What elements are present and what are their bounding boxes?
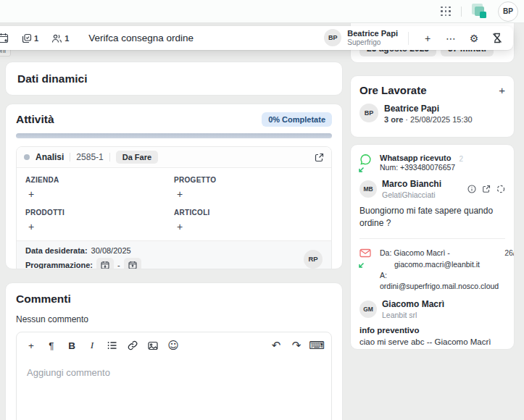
hours-avatar: BP [359, 104, 378, 122]
sync-icon[interactable] [496, 185, 505, 193]
conversations-count: 1 [34, 34, 38, 43]
hours-card: Ore Lavorate + BP Beatrice Papi 3 ore · … [350, 75, 515, 138]
schedule-separator: - [117, 261, 120, 269]
insert-plus-icon[interactable]: + [24, 338, 38, 353]
add-progetto-button[interactable]: + [177, 188, 188, 200]
dynamic-data-card: Dati dinamici [5, 62, 343, 96]
whatsapp-entry: Whatsapp ricevuto Num: +393480076657 2 [359, 154, 505, 172]
user-avatar[interactable]: BP [498, 1, 518, 22]
received-arrow-icon [358, 163, 365, 176]
comment-input[interactable]: Aggiungi commento [17, 357, 331, 388]
field-prodotti: PRODOTTI + [25, 206, 174, 238]
divider [70, 153, 70, 161]
hours-person-name: Beatrice Papi [384, 104, 473, 115]
apps-grid-icon[interactable] [441, 7, 451, 17]
field-label: PRODOTTI [25, 209, 174, 217]
timer-off-icon[interactable] [488, 30, 506, 47]
email-body: ciao mi serve abc -- Giacomo Macrì Found… [359, 336, 505, 350]
field-label: AZIENDA [25, 176, 174, 184]
hours-amount: 3 ore [384, 115, 403, 124]
external-link-icon[interactable] [482, 185, 491, 193]
conversations-button[interactable]: 1 [18, 31, 42, 46]
hours-entry: BP Beatrice Papi 3 ore · 25/08/2025 15:3… [359, 104, 505, 124]
comments-title: Commenti [16, 293, 332, 306]
scheduling-label: Programmazione: [25, 261, 93, 269]
undo-icon[interactable]: ↶ [269, 338, 283, 353]
contact-name: Giacomo Macrì [382, 299, 444, 311]
contact-org: Leanbit srl [382, 311, 444, 319]
email-from: Da: Giacomo Macrì - [380, 248, 499, 259]
schedule-end-calendar-icon[interactable] [124, 258, 141, 269]
received-arrow-icon [358, 259, 365, 272]
open-task-icon[interactable] [315, 153, 324, 162]
task-code: 2585-1 [76, 152, 103, 162]
field-progetto: PROGETTO + [174, 173, 323, 206]
task-toolbar: 1 1 Verifca consegna ordine BP Beatrice … [0, 26, 513, 50]
italic-icon[interactable]: I [85, 338, 99, 353]
activity-feed-card: Whatsapp ricevuto Num: +393480076657 2 M… [350, 144, 515, 350]
keyboard-icon[interactable]: ⌨ [309, 338, 324, 353]
bullet-list-icon[interactable] [105, 338, 120, 353]
add-hours-button[interactable]: + [499, 84, 505, 96]
whatsapp-number: Num: +393480076657 [380, 163, 455, 172]
contact-avatar: MB [359, 180, 377, 198]
email-contact: GM Giacomo Macrì Leanbit srl [359, 299, 505, 319]
divider [109, 153, 110, 161]
email-entry: Da: Giacomo Macrì - giacomo.macri@leanbi… [359, 248, 505, 292]
completion-badge: 0% Completate [262, 112, 332, 127]
schedule-start-calendar-icon[interactable] [96, 258, 114, 269]
owner-avatar: BP [324, 29, 341, 46]
field-azienda: AZIENDA + [25, 173, 174, 206]
task-status-chip[interactable]: Da Fare [116, 151, 158, 164]
email-from-address: giacomo.macri@leanbit.it [380, 259, 499, 270]
field-label: ARTICOLI [174, 209, 323, 217]
hours-timestamp: 25/08/2025 15:30 [410, 115, 473, 124]
comments-card: Commenti Nessun commento + ¶ B I ☺ ↶ ↷ ⌨… [5, 282, 343, 420]
members-button[interactable]: 1 [48, 31, 72, 46]
paragraph-icon[interactable]: ¶ [44, 338, 59, 353]
add-azienda-button[interactable]: + [28, 188, 40, 200]
whatsapp-entry-title: Whatsapp ricevuto [380, 154, 455, 162]
add-prodotti-button[interactable]: + [28, 221, 40, 232]
contact-org: GelatiGhiacciati [382, 190, 441, 199]
add-articoli-button[interactable]: + [177, 221, 188, 232]
add-button[interactable]: + [419, 30, 436, 47]
feed-divider [359, 238, 505, 239]
task-subcard: Analisi 2585-1 Da Fare AZIENDA + PROGETT… [16, 146, 332, 269]
hours-title: Ore Lavorate [359, 84, 427, 96]
comment-editor[interactable]: + ¶ B I ☺ ↶ ↷ ⌨ Aggiungi commento [16, 332, 332, 420]
dynamic-data-title: Dati dinamici [17, 72, 330, 85]
email-to: A: ordini@superfrigo.mail.nosco.cloud [380, 270, 499, 292]
top-app-bar: BP [0, 0, 524, 23]
owner-org: Superfrigo [347, 38, 398, 47]
more-button[interactable]: ⋯ [442, 30, 459, 47]
email-date: 26/05/2025 [504, 248, 515, 259]
bold-icon[interactable]: B [65, 338, 79, 353]
app-logo[interactable] [472, 4, 488, 20]
owner-block[interactable]: BP Beatrice Papi Superfrigo [324, 29, 398, 46]
contact-name: Marco Bianchi [382, 179, 441, 190]
activity-title: Attività [16, 113, 54, 126]
redo-icon[interactable]: ↷ [289, 338, 304, 353]
desired-date-value: 30/08/2025 [91, 246, 131, 255]
comments-empty-state: Nessun commento [16, 314, 332, 324]
image-icon[interactable] [146, 338, 160, 353]
email-subject: info preventivo [359, 326, 505, 335]
field-label: PROGETTO [174, 176, 323, 184]
link-icon[interactable] [125, 338, 140, 353]
members-count: 1 [65, 34, 69, 43]
whatsapp-corner-count: 2 [459, 155, 463, 163]
task-type: Analisi [36, 152, 64, 162]
dot-separator: · [405, 115, 408, 124]
info-icon[interactable] [467, 185, 476, 193]
contact-avatar: GM [359, 301, 377, 318]
emoji-icon[interactable]: ☺ [166, 338, 180, 353]
task-title: Verifca consegna ordine [88, 33, 318, 43]
desired-date-label: Data desiderata: [25, 246, 88, 255]
email-time: 15:17 [504, 259, 515, 270]
assignee-avatar[interactable]: RP [304, 250, 323, 269]
settings-gear-icon[interactable]: ⚙ [465, 30, 483, 47]
whatsapp-contact: MB Marco Bianchi GelatiGhiacciati [359, 179, 505, 199]
calendar-plus-icon[interactable] [0, 30, 12, 46]
toolbar-divider [408, 32, 409, 45]
